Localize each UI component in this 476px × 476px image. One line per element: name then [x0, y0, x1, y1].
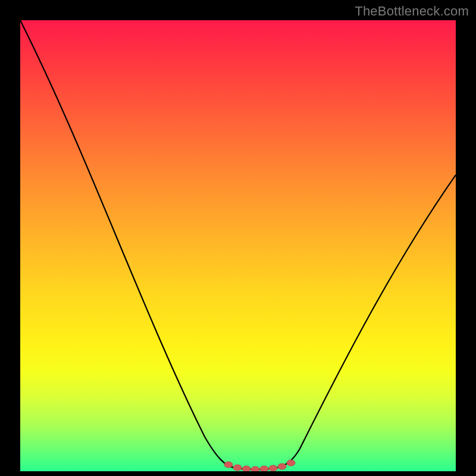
svg-point-1	[233, 465, 242, 471]
svg-point-4	[260, 466, 268, 471]
svg-point-7	[287, 460, 295, 466]
watermark-text: TheBottleneck.com	[355, 4, 469, 19]
bottleneck-curve-line	[20, 20, 456, 469]
chart-frame: TheBottleneck.com	[0, 0, 476, 476]
svg-point-0	[224, 462, 233, 468]
svg-point-5	[269, 465, 277, 471]
svg-point-6	[278, 464, 286, 469]
svg-point-3	[251, 466, 259, 471]
curve-layer	[20, 20, 456, 471]
plot-area	[20, 20, 456, 471]
svg-point-2	[242, 466, 250, 471]
